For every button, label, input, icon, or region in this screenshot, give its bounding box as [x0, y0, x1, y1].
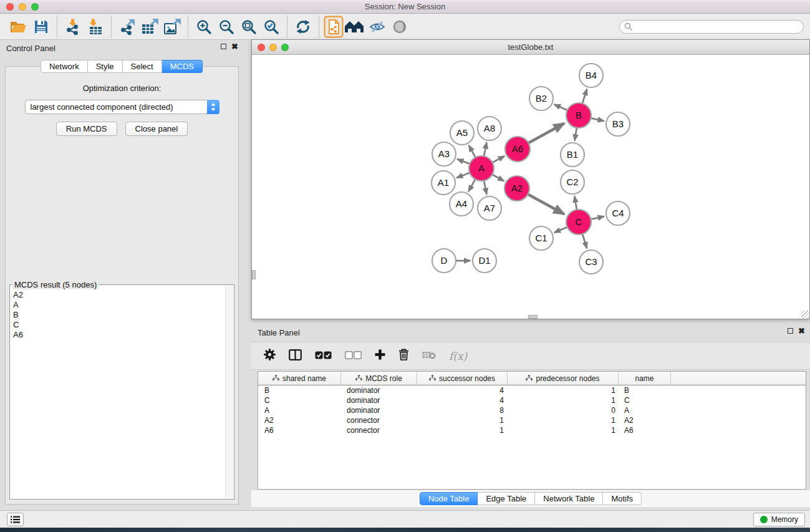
open-session-icon[interactable] [7, 16, 30, 38]
graph-edge-B-B1[interactable] [575, 128, 577, 141]
run-mcds-button[interactable]: Run MCDS [56, 122, 117, 136]
graph-edge-C-C3[interactable] [582, 234, 587, 248]
cell-shared-name[interactable]: C [258, 396, 341, 405]
graph-edge-B-B3[interactable] [591, 118, 604, 121]
search-input[interactable] [633, 21, 803, 32]
import-table-icon[interactable] [84, 16, 107, 38]
delete-table-icon[interactable] [422, 351, 436, 362]
function-builder-icon[interactable]: f(x) [449, 350, 467, 362]
result-list-scrollbar[interactable] [225, 286, 233, 498]
graph-edge-A-A2[interactable] [492, 175, 504, 181]
result-item[interactable]: C [12, 320, 224, 330]
cell-predecessor-nodes[interactable]: 1 [508, 396, 619, 405]
zoom-out-icon[interactable] [215, 16, 238, 38]
column-header-shared-name[interactable]: shared name [258, 372, 341, 385]
cell-predecessor-nodes[interactable]: 1 [508, 386, 619, 395]
table-row[interactable]: Cdominator41C [258, 395, 806, 405]
cell-MCDS-role[interactable]: dominator [341, 406, 417, 415]
cell-predecessor-nodes[interactable]: 1 [508, 426, 619, 435]
cell-successor-nodes[interactable]: 1 [417, 416, 508, 425]
cell-predecessor-nodes[interactable]: 0 [508, 406, 619, 415]
graph-edge-A-A5[interactable] [469, 145, 476, 157]
apply-layout-icon[interactable] [292, 16, 314, 38]
first-neighbors-icon[interactable] [344, 16, 366, 38]
tab-select[interactable]: Select [123, 60, 162, 73]
cell-successor-nodes[interactable]: 4 [417, 396, 508, 405]
graph-edge-C-C4[interactable] [591, 216, 604, 220]
table-settings-gear-icon[interactable] [264, 349, 276, 363]
cell-name[interactable]: B [619, 386, 671, 395]
graph-edge-A-A1[interactable] [456, 173, 470, 178]
cell-successor-nodes[interactable]: 8 [417, 406, 508, 415]
network-close-button[interactable] [258, 44, 265, 51]
graph-edge-A-A6[interactable] [493, 156, 504, 162]
float-panel-icon[interactable] [221, 44, 226, 49]
table-tab-node-table[interactable]: Node Table [420, 492, 478, 505]
tab-network[interactable]: Network [41, 60, 88, 73]
window-resize-grip[interactable] [801, 311, 809, 319]
search-box[interactable] [619, 20, 804, 34]
tab-style[interactable]: Style [88, 60, 123, 73]
cell-name[interactable]: A [619, 406, 671, 415]
mcds-result-list[interactable]: A2ABCA6 [12, 290, 224, 498]
cell-shared-name[interactable]: A2 [258, 416, 341, 425]
import-network-icon[interactable] [62, 16, 84, 38]
export-image-icon[interactable] [161, 16, 183, 38]
cell-successor-nodes[interactable]: 4 [417, 386, 508, 395]
column-header-name[interactable]: name [619, 372, 671, 385]
graph-edge-A-A7[interactable] [484, 181, 486, 195]
table-tab-edge-table[interactable]: Edge Table [478, 492, 535, 505]
network-share-mode-icon[interactable] [324, 16, 344, 38]
canvas-left-handle[interactable] [252, 270, 256, 279]
close-window-button[interactable] [6, 3, 14, 11]
table-row[interactable]: A6connector11A6 [258, 425, 806, 435]
zoom-selected-icon[interactable] [260, 16, 282, 38]
column-header-MCDS-role[interactable]: MCDS role [341, 372, 417, 385]
create-column-plus-icon[interactable] [375, 349, 385, 362]
result-item[interactable]: A6 [12, 330, 224, 340]
cell-successor-nodes[interactable]: 1 [417, 426, 508, 435]
table-row[interactable]: Adominator80A [258, 405, 806, 415]
minimize-window-button[interactable] [19, 3, 26, 11]
zoom-fit-icon[interactable] [238, 16, 260, 38]
network-minimize-button[interactable] [269, 44, 277, 51]
network-window-titlebar[interactable]: testGlobe.txt [252, 40, 809, 55]
select-all-rows-icon[interactable] [315, 351, 332, 362]
delete-column-trash-icon[interactable] [398, 349, 409, 363]
cell-name[interactable]: A2 [619, 416, 671, 425]
graph-edge-A-A4[interactable] [468, 179, 475, 191]
graph-edge-A-A8[interactable] [484, 142, 486, 156]
network-zoom-button[interactable] [281, 44, 289, 51]
graph-edge-A2-C[interactable] [528, 195, 564, 215]
zoom-window-button[interactable] [31, 3, 39, 11]
table-tab-motifs[interactable]: Motifs [603, 492, 642, 505]
deselect-all-rows-icon[interactable] [345, 351, 362, 362]
criterion-dropdown[interactable]: largest connected component (directed) [25, 100, 219, 114]
memory-button[interactable]: Memory [753, 513, 805, 526]
cell-MCDS-role[interactable]: connector [341, 416, 417, 425]
cell-shared-name[interactable]: A6 [258, 426, 341, 435]
cell-MCDS-role[interactable]: dominator [341, 396, 417, 405]
column-header-predecessor-nodes[interactable]: predecessor nodes [508, 372, 619, 385]
cell-MCDS-role[interactable]: dominator [341, 386, 417, 395]
table-row[interactable]: A2connector11A2 [258, 415, 806, 425]
table-row[interactable]: Bdominator41B [258, 385, 806, 395]
cell-predecessor-nodes[interactable]: 1 [508, 416, 619, 425]
close-panel-icon[interactable]: ✖ [231, 43, 238, 50]
save-session-icon[interactable] [30, 16, 52, 38]
network-canvas[interactable]: B4B2BB3A5A8A6A3B1AC2A1A2A4A7C4CC1DD1C3 [252, 55, 809, 319]
close-panel-button[interactable]: Close panel [125, 122, 188, 136]
show-all-icon[interactable] [388, 16, 411, 38]
graph-edge-B-B4[interactable] [582, 89, 587, 104]
cell-name[interactable]: C [619, 396, 671, 405]
cell-shared-name[interactable]: B [258, 386, 341, 395]
result-item[interactable]: A2 [12, 290, 224, 300]
graph-edge-A6-B[interactable] [529, 123, 564, 143]
close-table-panel-icon[interactable]: ✖ [798, 327, 805, 334]
zoom-in-icon[interactable] [193, 16, 215, 38]
cell-shared-name[interactable]: A [258, 406, 341, 415]
canvas-bottom-handle[interactable] [528, 315, 538, 319]
export-network-icon[interactable] [116, 16, 138, 38]
result-item[interactable]: A [12, 300, 224, 310]
tab-mcds[interactable]: MCDS [162, 60, 203, 73]
